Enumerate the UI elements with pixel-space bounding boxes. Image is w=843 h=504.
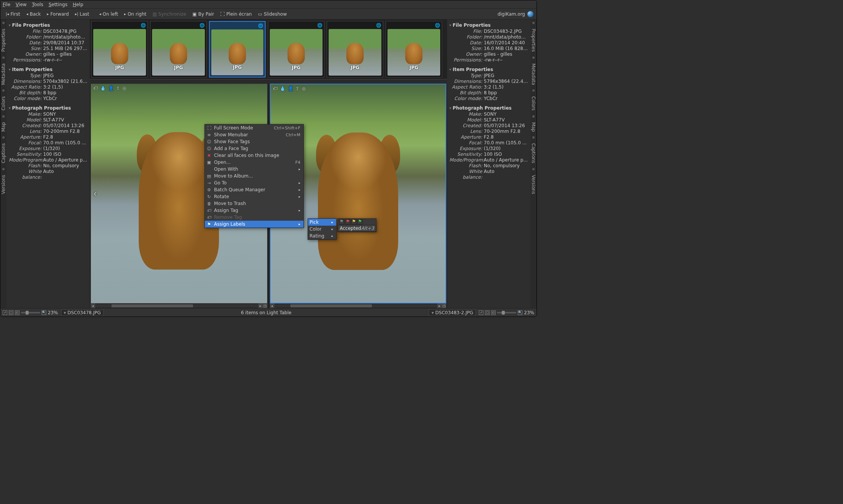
file-properties-header[interactable]: File Properties xyxy=(9,23,88,28)
prev-image-arrow[interactable]: ‹ xyxy=(93,188,97,199)
zoom-100-icon[interactable]: □ xyxy=(9,310,13,315)
menu-item[interactable]: ▣Open...F4 xyxy=(205,159,303,166)
app-logo[interactable]: digiKam.org xyxy=(498,11,533,17)
back-button[interactable]: ◂Back xyxy=(24,11,43,18)
format-label: JPG xyxy=(151,65,206,70)
tab-colors-left[interactable]: Colors xyxy=(1,95,6,112)
zoom-fit-icon[interactable]: ⤢ xyxy=(479,310,483,315)
item-properties-header[interactable]: Item Properties xyxy=(449,67,528,72)
menu-item[interactable]: ✖Clear all faces on this image xyxy=(205,152,303,159)
onright-button[interactable]: ▸On right xyxy=(122,11,149,18)
menu-item[interactable]: Open With▸ xyxy=(205,166,303,173)
zoom-fit-icon[interactable]: ⤢ xyxy=(3,310,7,315)
menu-item[interactable]: 🏷Assign Tag▸ xyxy=(205,207,303,214)
zoom-slider-left[interactable] xyxy=(21,312,40,313)
zoom-sel-icon[interactable]: ◰ xyxy=(491,310,496,315)
bypair-button[interactable]: ▣By Pair xyxy=(190,11,216,18)
menu-item[interactable]: →Go To▸ xyxy=(205,179,303,186)
menu-settings[interactable]: Settings xyxy=(49,2,67,7)
flag-tooltip: AcceptedAlt+3 xyxy=(338,225,376,232)
item-properties-header[interactable]: Item Properties xyxy=(9,67,88,72)
menu-file[interactable]: File xyxy=(3,2,10,7)
flag-accepted[interactable] xyxy=(357,219,363,225)
submenu-pick-flags: AcceptedAlt+3 xyxy=(337,218,376,232)
menu-item[interactable]: ☺Add a Face Tag xyxy=(205,145,303,152)
thumbnail[interactable]: 🌐JPG xyxy=(327,21,383,78)
target-icon[interactable]: ◎ xyxy=(302,86,306,91)
share-icon[interactable]: ⇪ xyxy=(296,86,300,91)
menu-item[interactable]: 🗑Move to Trash xyxy=(205,200,303,207)
tab-map-right[interactable]: Map xyxy=(531,121,536,133)
zoom-sel-icon[interactable]: ◰ xyxy=(15,310,19,315)
tab-colors-right[interactable]: Colors xyxy=(531,95,536,112)
zoom-icon[interactable]: 🔍 xyxy=(518,310,522,315)
first-button[interactable]: |◂First xyxy=(3,11,23,18)
drop-icon[interactable]: 💧 xyxy=(280,86,285,91)
menu-icon: ☺ xyxy=(206,146,212,151)
filename-left[interactable]: ▾ DSC03478.JPG xyxy=(61,309,104,316)
menu-item[interactable]: ↻Rotate▸ xyxy=(205,193,303,200)
menu-item[interactable]: ▤Move to Album... xyxy=(205,173,303,179)
zoom-100-icon[interactable]: □ xyxy=(485,310,490,315)
zoom-icon[interactable]: 🔍 xyxy=(42,310,46,315)
filename-right[interactable]: ▾ DSC03483-2.JPG xyxy=(429,309,476,316)
tab-captions-left[interactable]: Captions xyxy=(1,142,6,165)
zoom-value-right: 23% xyxy=(524,310,534,315)
status-center: 6 items on Light Table xyxy=(107,310,426,315)
tab-map-left[interactable]: Map xyxy=(1,121,6,133)
submenu-item[interactable]: Color▸ xyxy=(308,226,336,233)
menu-help[interactable]: Help xyxy=(73,2,83,7)
menu-icon: ⛶ xyxy=(206,126,212,131)
submenu-item[interactable]: Rating▸ xyxy=(308,233,336,239)
thumbnail[interactable]: 🌐JPG xyxy=(150,21,207,78)
synchronize-button[interactable]: ▥Synchronize xyxy=(150,11,189,18)
photo-properties-header[interactable]: Photograph Properties xyxy=(9,105,88,111)
tab-properties-right[interactable]: Properties xyxy=(531,27,536,53)
tab-dot xyxy=(2,22,5,24)
menu-item[interactable]: ⚑Assign Labels▸ xyxy=(205,221,303,228)
menu-icon: ↻ xyxy=(206,194,212,199)
menu-item[interactable]: ☺Show Face Tags xyxy=(205,138,303,145)
zoom-slider-right[interactable] xyxy=(497,312,516,313)
slideshow-button[interactable]: ▭Slideshow xyxy=(256,11,289,18)
person-icon[interactable]: 👤 xyxy=(108,86,114,91)
thumbnail[interactable]: 🌐JPG xyxy=(209,21,266,78)
file-properties-header[interactable]: File Properties xyxy=(449,23,528,28)
menu-item: 🏷Remove Tag xyxy=(205,214,303,221)
person-icon[interactable]: 👤 xyxy=(288,86,293,91)
forward-button[interactable]: ▸Forward xyxy=(45,11,71,18)
menu-tools[interactable]: Tools xyxy=(32,2,44,7)
tab-properties-left[interactable]: Properties xyxy=(1,27,6,53)
statusbar: ⤢ □ ◰ 🔍 23% ▾ DSC03478.JPG 6 items on Li… xyxy=(0,308,537,317)
left-hscroll[interactable]: ◂▸◳ xyxy=(91,304,267,308)
tag-icon[interactable]: 🏷 xyxy=(273,86,277,91)
share-icon[interactable]: ⇪ xyxy=(116,86,120,91)
menu-item[interactable]: ⛶Full Screen ModeCtrl+Shift+F xyxy=(205,124,303,131)
tab-captions-right[interactable]: Captions xyxy=(531,142,536,165)
submenu-item[interactable]: Pick▸ xyxy=(308,219,336,226)
photo-properties-header[interactable]: Photograph Properties xyxy=(449,105,528,111)
menu-item[interactable]: ≡Show MenubarCtrl+M xyxy=(205,131,303,138)
tab-metadata-right[interactable]: Metadata xyxy=(531,62,536,87)
thumbnail[interactable]: 🌐JPG xyxy=(268,21,324,78)
onleft-button[interactable]: ◂On left xyxy=(97,11,120,18)
thumbnail[interactable]: 🌐JPG xyxy=(91,21,148,78)
menu-view[interactable]: View xyxy=(16,2,26,7)
right-hscroll[interactable]: ◂▸◳ xyxy=(270,304,447,308)
flag-none[interactable] xyxy=(339,219,344,225)
tab-versions-left[interactable]: Versions xyxy=(1,173,6,195)
flag-pending[interactable] xyxy=(351,219,357,225)
tag-icon[interactable]: 🏷 xyxy=(93,86,98,91)
thumbnail-strip: 🌐JPG🌐JPG🌐JPG🌐JPG🌐JPG🌐JPG xyxy=(90,19,447,79)
target-icon[interactable]: ◎ xyxy=(122,86,126,91)
flag-rejected[interactable] xyxy=(345,219,350,225)
thumb-scrollbar[interactable] xyxy=(90,79,447,84)
format-label: JPG xyxy=(268,65,324,70)
last-button[interactable]: ▸|Last xyxy=(73,11,91,18)
drop-icon[interactable]: 💧 xyxy=(100,86,106,91)
fullscreen-button[interactable]: ⛶Plein écran xyxy=(218,11,254,18)
tab-versions-right[interactable]: Versions xyxy=(531,173,536,195)
menu-item[interactable]: ⚙Batch Queue Manager▸ xyxy=(205,186,303,193)
thumbnail[interactable]: 🌐JPG xyxy=(386,21,442,78)
tab-metadata-left[interactable]: Metadata xyxy=(1,62,6,87)
